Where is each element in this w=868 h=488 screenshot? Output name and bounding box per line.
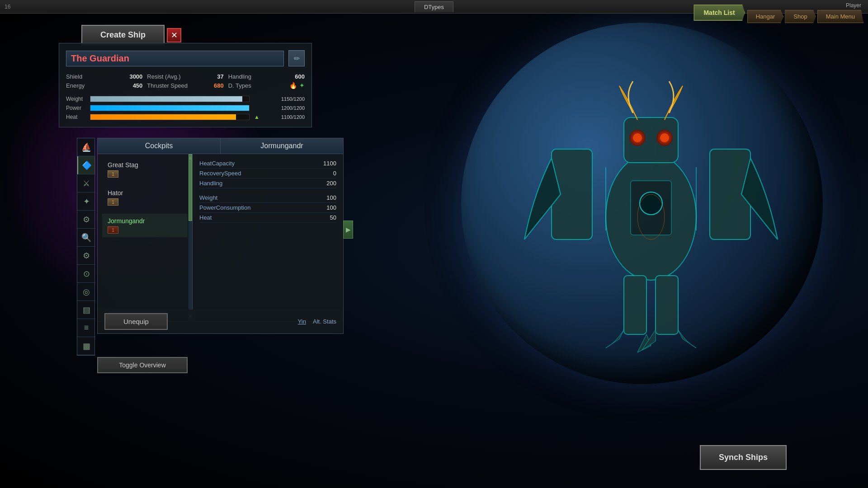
side-icon-grid[interactable]: ▦: [77, 337, 95, 355]
ship-name-row: ✏: [66, 50, 305, 66]
side-icon-ship[interactable]: ⛵: [77, 138, 95, 156]
svg-marker-16: [189, 156, 192, 160]
cockpits-body: Great Stag 1 Hator 1 Jormungandr: [98, 154, 343, 321]
power-bar-label: Power: [66, 105, 86, 111]
detail-divider: [199, 188, 336, 193]
bottom-controls: Unequip Yin Alt. Stats: [97, 310, 344, 334]
hator-name: Hator: [108, 189, 182, 197]
frame-number: 16: [5, 4, 10, 10]
side-icon-ring[interactable]: ⊙: [77, 265, 95, 283]
weight-bar-value: 1150/1200: [264, 96, 305, 102]
thruster-label: Thruster Speed: [147, 82, 188, 89]
shield-label: Shield: [66, 73, 82, 80]
ship-panel: ✏ Shield 3000 Resist (Avg.) 37 Handling …: [59, 43, 312, 127]
heat-detail-value: 50: [330, 214, 336, 221]
dtypes-stat: D. Types 🔥 ✦: [228, 82, 305, 89]
toggle-overview-button[interactable]: Toggle Overview: [97, 357, 188, 373]
heat-bar-icon: ▲: [253, 114, 260, 120]
unequip-button[interactable]: Unequip: [104, 313, 168, 330]
energy-label: Energy: [66, 82, 85, 89]
jormungandr-badge: 1: [108, 226, 118, 234]
handling-detail-value: 200: [326, 180, 336, 187]
yin-link[interactable]: Yin: [298, 318, 306, 325]
hangar-button[interactable]: Hangar: [747, 10, 784, 23]
side-icon-search[interactable]: 🔍: [77, 229, 95, 247]
list-gap: [102, 181, 188, 186]
handling-stat: Handling 600: [228, 73, 305, 80]
ship-name-input[interactable]: [66, 51, 284, 66]
shield-value: 3000: [129, 73, 142, 80]
yin-alt-container: Yin Alt. Stats: [298, 318, 336, 325]
shield-stat: Shield 3000: [66, 73, 142, 80]
create-ship-area: Create Ship ✕: [81, 25, 181, 45]
heat-bar-track: [90, 114, 250, 120]
svg-point-9: [640, 192, 662, 215]
side-icon-shield[interactable]: ⚙: [77, 211, 95, 229]
heat-bar-row: Heat ▲ 1100/1200: [66, 114, 305, 120]
side-icon-scatter[interactable]: ✦: [77, 192, 95, 211]
player-label: Player: [846, 2, 861, 9]
heat-bar-value: 1100/1200: [264, 114, 305, 120]
scroll-up-arrow[interactable]: [189, 154, 192, 162]
side-icon-gear[interactable]: ⚙: [77, 247, 95, 265]
shop-button[interactable]: Shop: [785, 10, 816, 23]
weight-bar-track: [90, 96, 250, 102]
power-consumption-label: PowerConsumption: [199, 204, 250, 211]
weight-detail-label: Weight: [199, 194, 217, 201]
cockpits-panel: Cockpits Jormungandr Great Stag: [97, 138, 344, 322]
leaf-icon: ✦: [299, 82, 305, 89]
hator-badge: 1: [108, 198, 118, 206]
stats-grid: Shield 3000 Resist (Avg.) 37 Handling 60…: [66, 73, 305, 89]
dtypes-tab[interactable]: DTypes: [415, 1, 453, 12]
svg-point-6: [633, 133, 642, 142]
synch-ships-button[interactable]: Synch Ships: [700, 445, 787, 470]
side-icon-weapon[interactable]: ⚔: [77, 174, 95, 192]
handling-label: Handling: [228, 73, 251, 80]
close-button[interactable]: ✕: [167, 28, 181, 42]
heat-bar-fill: [90, 114, 236, 120]
weight-bar-row: Weight 1150/1200: [66, 96, 305, 102]
jormungandr-bar: 1: [108, 226, 182, 234]
recovery-speed-label: RecoverySpeed: [199, 170, 241, 177]
cockpit-item-hator[interactable]: Hator 1: [102, 186, 188, 209]
expand-arrow-button[interactable]: ▶: [343, 221, 353, 239]
scrollbar-track: [189, 154, 192, 321]
jormungandr-name: Jormungandr: [108, 217, 182, 225]
side-icon-target[interactable]: ◎: [77, 283, 95, 301]
weight-stat-detail: Weight 100: [199, 193, 336, 203]
cockpit-items-list: Great Stag 1 Hator 1 Jormungandr: [98, 154, 192, 237]
heat-capacity-stat: HeatCapacity 1100: [199, 159, 336, 169]
side-icon-cockpit[interactable]: 🔷: [77, 156, 95, 174]
create-ship-button[interactable]: Create Ship: [81, 25, 165, 45]
main-menu-button[interactable]: Main Menu: [817, 10, 863, 23]
side-icon-lines[interactable]: ≡: [77, 319, 95, 337]
resist-label: Resist (Avg.): [147, 73, 180, 80]
nav-group: Player Hangar Shop Main Menu: [747, 2, 863, 23]
scrollbar-thumb: [189, 154, 192, 221]
heat-capacity-value: 1100: [323, 160, 336, 167]
thruster-stat: Thruster Speed 680: [147, 82, 223, 89]
edit-button[interactable]: ✏: [288, 50, 305, 66]
fire-icon: 🔥: [289, 82, 297, 89]
detail-title-header: Jormungandr: [251, 138, 312, 154]
power-bar-fill: [90, 105, 249, 111]
ship-artwork: [515, 59, 787, 375]
heat-stat-detail: Heat 50: [199, 213, 336, 223]
cockpits-header: Cockpits Jormungandr: [98, 138, 343, 154]
cockpit-item-jormungandr[interactable]: Jormungandr 1: [102, 214, 188, 237]
nav-buttons: Hangar Shop Main Menu: [747, 10, 863, 23]
handling-detail-label: Handling: [199, 180, 222, 187]
alt-stats-link[interactable]: Alt. Stats: [313, 318, 336, 325]
top-nav: Match List Player Hangar Shop Main Menu: [693, 2, 863, 23]
dtypes-label: D. Types: [228, 82, 251, 89]
handling-value: 600: [295, 73, 305, 80]
heat-bar-label: Heat: [66, 114, 86, 120]
great-stag-bar: 1: [108, 170, 182, 178]
dtypes-icons: 🔥 ✦: [289, 82, 305, 89]
resist-value: 37: [217, 73, 223, 80]
side-icon-bars[interactable]: ▤: [77, 301, 95, 319]
match-list-button[interactable]: Match List: [693, 5, 745, 21]
svg-point-7: [660, 133, 669, 142]
side-icon-bar: ⛵ 🔷 ⚔ ✦ ⚙ 🔍 ⚙ ⊙ ◎ ▤ ≡ ▦: [77, 138, 95, 356]
cockpit-item-great-stag[interactable]: Great Stag 1: [102, 158, 188, 181]
